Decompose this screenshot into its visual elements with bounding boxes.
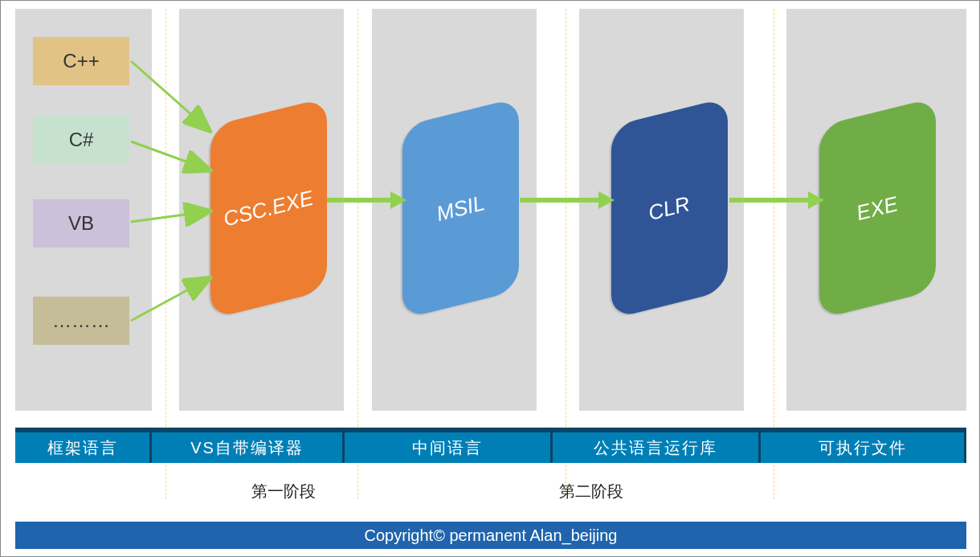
lang-label: ……… bbox=[52, 309, 110, 332]
arrow-stage-1-head bbox=[390, 191, 406, 209]
lang-box-vb: VB bbox=[33, 199, 129, 248]
arrow-stage-2-head bbox=[598, 191, 615, 209]
arrow-stage-3-head bbox=[808, 191, 824, 209]
label-bar-1: 框架语言 bbox=[15, 428, 152, 463]
lang-label: C++ bbox=[63, 50, 99, 72]
column-label: 框架语言 bbox=[47, 437, 118, 459]
stage-label: CLR bbox=[647, 191, 693, 226]
stage-msil: MSIL bbox=[402, 97, 519, 319]
label-bar-4: 公共语言运行库 bbox=[553, 428, 761, 463]
lang-box-more: ……… bbox=[33, 297, 129, 345]
arrow-lang-4 bbox=[131, 279, 208, 321]
divider-2 bbox=[357, 9, 358, 499]
divider-4 bbox=[774, 9, 774, 499]
stage-clr: CLR bbox=[611, 97, 728, 319]
column-label: 可执行文件 bbox=[819, 437, 907, 459]
phase-label-1: 第一阶段 bbox=[251, 481, 316, 502]
arrow-lang-3 bbox=[131, 211, 208, 222]
label-bar-5: 可执行文件 bbox=[761, 428, 966, 463]
footer-copyright: Copyright© permanent Alan_beijing bbox=[15, 522, 966, 549]
lang-box-cpp: C++ bbox=[33, 37, 129, 85]
divider-3 bbox=[566, 9, 566, 499]
arrow-lang-1 bbox=[131, 61, 208, 129]
stage-exe: EXE bbox=[819, 97, 936, 319]
stage-label: CSC.EXE bbox=[221, 185, 316, 231]
column-label: 公共语言运行库 bbox=[594, 437, 717, 459]
stage-label: MSIL bbox=[434, 190, 487, 227]
arrow-stage-1-line bbox=[327, 198, 390, 203]
lang-label: VB bbox=[68, 212, 94, 235]
stage-compiler: CSC.EXE bbox=[210, 97, 327, 319]
label-bar-3: 中间语言 bbox=[345, 428, 553, 463]
stage-label: EXE bbox=[855, 191, 901, 226]
label-bar-2: VS自带编译器 bbox=[152, 428, 345, 463]
column-label: 中间语言 bbox=[412, 437, 483, 459]
phase-label-2: 第二阶段 bbox=[559, 481, 623, 502]
column-label: VS自带编译器 bbox=[190, 437, 304, 459]
lang-label: C# bbox=[69, 129, 94, 151]
arrow-lang-2 bbox=[131, 141, 208, 170]
arrow-stage-2-line bbox=[520, 198, 598, 203]
lang-box-csharp: C# bbox=[33, 116, 129, 164]
arrow-stage-3-line bbox=[729, 198, 808, 203]
lang-arrows-group bbox=[128, 33, 224, 338]
diagram-frame: C++ C# VB ……… CSC.EXE MSIL CLR EXE 框架语言 … bbox=[0, 0, 980, 557]
